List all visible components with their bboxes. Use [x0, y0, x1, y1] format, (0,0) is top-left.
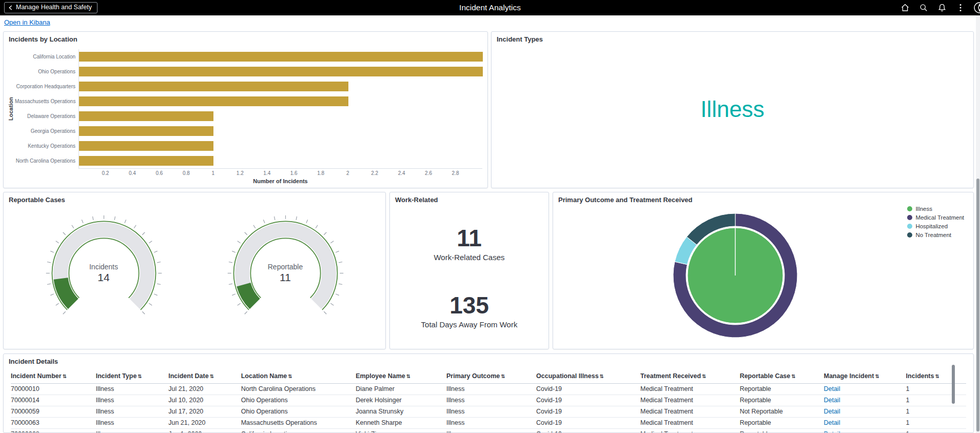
detail-link[interactable]: Detail [824, 430, 840, 433]
table-cell: California Location [241, 429, 356, 433]
bar-track [79, 141, 482, 151]
bar-category-label: Delaware Operations [15, 113, 79, 119]
metric-value: 135 [449, 293, 489, 317]
table-cell: Medical Treatment [640, 418, 740, 429]
notifications-icon[interactable] [936, 2, 948, 14]
table-cell: Detail [824, 418, 906, 429]
column-label: Incident Type [96, 372, 137, 380]
column-header-incident-number[interactable]: Incident Number⇅ [11, 369, 96, 384]
panel-incident-types: Incident Types Illness [491, 31, 974, 188]
table-cell: Illness [96, 384, 169, 395]
column-header-employee-name[interactable]: Employee Name⇅ [356, 369, 446, 384]
column-header-incident-type[interactable]: Incident Type⇅ [96, 369, 169, 384]
column-header-location-name[interactable]: Location Name⇅ [241, 369, 356, 384]
legend-item-hospitalized[interactable]: Hospitalized [907, 223, 964, 229]
sort-icon: ⇅ [210, 373, 214, 379]
metrics: 11 Work-Related Cases 135 Total Days Awa… [390, 206, 548, 329]
bar-massachusetts-operations[interactable] [79, 96, 348, 106]
table-row: 70000068IllnessJun 1, 2020California Loc… [11, 429, 966, 433]
legend-item-illness[interactable]: Illness [907, 206, 964, 212]
table-cell: 70000063 [11, 418, 96, 429]
table-cell: Detail [824, 429, 906, 433]
table-cell: Jul 10, 2020 [168, 395, 241, 406]
legend-item-no-treatment[interactable]: No Treatment [907, 232, 964, 238]
legend-label: Illness [915, 206, 932, 212]
gauge-incidents: Incidents14 [44, 213, 164, 333]
metric-work-related-cases: 11 Work-Related Cases [434, 226, 504, 262]
back-button[interactable]: Manage Health and Safety [4, 2, 97, 13]
column-header-treatment-received[interactable]: Treatment Received⇅ [640, 369, 740, 384]
column-label: Reportable Case [740, 372, 791, 380]
table-cell: Reportable [740, 429, 824, 433]
column-label: Treatment Received [640, 372, 701, 380]
bar-north-carolina-operations[interactable] [79, 156, 213, 166]
bar-track [79, 82, 482, 91]
tag-word-illness[interactable]: Illness [700, 96, 765, 122]
column-header-occupational-illness[interactable]: Occupational Illness⇅ [536, 369, 640, 384]
metric-value: 11 [457, 226, 482, 250]
open-in-kibana-link[interactable]: Open in Kibana [4, 18, 50, 26]
home-icon[interactable] [899, 2, 911, 14]
column-label: Incident Date [168, 372, 209, 380]
x-axis-tick-label: 1.6 [290, 170, 298, 176]
bar-corporation-headquarters[interactable] [79, 82, 348, 91]
bar-track [79, 67, 482, 76]
header-actions [899, 1, 980, 14]
table-cell: 1 [906, 395, 966, 406]
sort-icon: ⇅ [791, 373, 795, 379]
panel-primary-outcome: Primary Outcome and Treatment Received I… [553, 192, 974, 349]
detail-link[interactable]: Detail [824, 397, 840, 404]
search-icon[interactable] [917, 2, 930, 14]
column-header-incident-date[interactable]: Incident Date⇅ [168, 369, 241, 384]
page-scrollbar[interactable] [976, 15, 980, 433]
bar-delaware-operations[interactable] [79, 111, 213, 121]
bar-kentucky-operations[interactable] [79, 141, 213, 151]
table-scrollbar-thumb[interactable] [952, 365, 955, 404]
bar-track [79, 126, 482, 136]
metric-label: Total Days Away From Work [421, 320, 518, 329]
table-cell: Ohio Operations [241, 395, 356, 406]
detail-link[interactable]: Detail [824, 385, 840, 392]
actions-menu-icon[interactable] [954, 2, 967, 14]
bar-track [79, 96, 482, 106]
table-cell: 70000010 [11, 384, 96, 395]
column-header-manage-incident[interactable]: Manage Incident⇅ [824, 369, 906, 384]
table-cell: Detail [824, 384, 906, 395]
chevron-left-icon [8, 5, 13, 11]
table-cell: Massachusetts Operations [241, 418, 356, 429]
table-cell: Illness [446, 429, 536, 433]
column-header-reportable-case[interactable]: Reportable Case⇅ [740, 369, 824, 384]
table-cell: Illness [446, 395, 536, 406]
table-row: 70000010IllnessJul 21, 2020North Carolin… [11, 384, 966, 395]
column-label: Primary Outcome [446, 372, 500, 380]
legend-label: Hospitalized [915, 223, 948, 229]
detail-link[interactable]: Detail [824, 419, 840, 426]
bar-ohio-operations[interactable] [79, 67, 483, 76]
page-scrollbar-thumb[interactable] [976, 179, 979, 431]
column-header-incidents[interactable]: Incidents⇅ [906, 369, 966, 384]
navbar-icon[interactable] [973, 1, 980, 14]
x-axis-label: Number of Incidents [79, 178, 482, 184]
detail-link[interactable]: Detail [824, 408, 840, 415]
bar-row: California Location [15, 49, 482, 64]
bar-california-location[interactable] [79, 52, 483, 62]
bar-georgia-operations[interactable] [79, 126, 213, 136]
incident-analytics-app: Manage Health and Safety Incident Analyt… [0, 0, 980, 433]
panel-title-incident-types: Incident Types [492, 32, 973, 45]
x-axis-tick-label: 0.8 [183, 170, 190, 176]
table-cell: Medical Treatment [640, 384, 740, 395]
bar-track [79, 111, 482, 121]
top-bar: Manage Health and Safety Incident Analyt… [0, 0, 980, 15]
metric-label: Work-Related Cases [434, 253, 504, 262]
legend-label: Medical Treatment [915, 214, 964, 221]
column-header-primary-outcome[interactable]: Primary Outcome⇅ [446, 369, 536, 384]
table-cell: Illness [96, 418, 169, 429]
table-cell: Diane Palmer [356, 384, 446, 395]
column-label: Employee Name [356, 372, 405, 380]
column-label: Occupational Illness [536, 372, 599, 380]
table-cell: Jun 1, 2020 [168, 429, 241, 433]
legend-item-medical-treatment[interactable]: Medical Treatment [907, 214, 964, 221]
bar-row: Ohio Operations [15, 64, 482, 79]
bar-track [79, 52, 482, 62]
table-body: 70000010IllnessJul 21, 2020North Carolin… [11, 384, 966, 433]
